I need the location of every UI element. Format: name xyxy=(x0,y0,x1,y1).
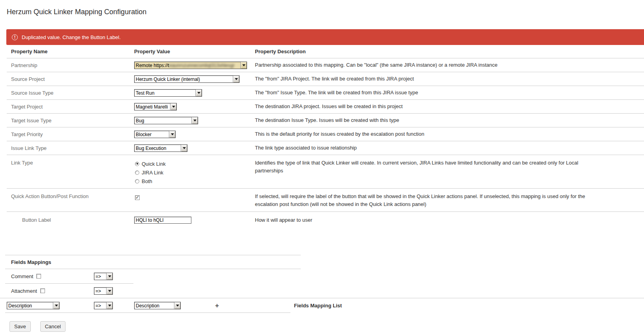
chevron-down-icon[interactable] xyxy=(191,117,198,124)
save-button[interactable]: Save xyxy=(9,321,31,332)
property-description: The destination JIRA project. Issues wil… xyxy=(255,103,598,110)
property-row-link-type: Link Type Quick Link JIRA Link Both Iden… xyxy=(7,155,644,189)
fields-mapping-row-comment: Comment => xyxy=(7,269,644,283)
partnership-select[interactable]: Remote https://teaunrszunnecsmliqt313xhl… xyxy=(134,62,247,69)
target-issue-type-select-value: Bug xyxy=(135,117,191,124)
error-banner: ! Duplicated value. Change the Button La… xyxy=(6,29,644,45)
property-row-button-label: Button Label How it will appear to user xyxy=(7,212,644,228)
plus-icon[interactable]: + xyxy=(215,302,219,309)
property-description: This is the default priority for issues … xyxy=(255,130,598,138)
custom-operator-select[interactable]: => xyxy=(94,302,113,309)
radio-label: Quick Link xyxy=(142,161,166,167)
property-label: Link Type xyxy=(7,158,134,166)
property-row-target-project: Target Project Magneti Marelli The desti… xyxy=(7,100,644,114)
target-priority-select[interactable]: Blocker xyxy=(134,131,176,138)
operator-select-value: => xyxy=(94,288,106,294)
header-property-value: Property Value xyxy=(134,49,255,54)
property-description: How it will appear to user xyxy=(255,216,598,224)
attachment-operator-select[interactable]: => xyxy=(94,287,113,295)
chevron-down-icon[interactable] xyxy=(169,131,175,138)
source-field-select-value: Description xyxy=(7,302,53,309)
error-banner-text: Duplicated value. Change the Button Labe… xyxy=(22,34,121,40)
comment-label: Comment xyxy=(11,273,33,279)
fields-mappings-title: Fields Mappings xyxy=(7,255,644,269)
link-type-radio-group: Quick Link JIRA Link Both xyxy=(134,158,255,185)
source-project-select[interactable]: Herzum Quick Linker (internal) xyxy=(134,75,240,83)
target-project-select[interactable]: Magneti Marelli xyxy=(134,103,177,110)
property-description: Partnership associated to this mapping. … xyxy=(255,61,598,69)
chevron-down-icon[interactable] xyxy=(170,103,176,110)
property-label: Button Label xyxy=(7,217,134,223)
target-issue-type-select[interactable]: Bug xyxy=(134,117,198,124)
property-row-partnership: Partnership Remote https://teaunrszunnec… xyxy=(7,58,644,72)
radio-label: Both xyxy=(142,178,152,184)
property-label: Partnership xyxy=(7,62,134,68)
partnership-redacted-value: eaunrszunnecsmliqt313xhlesgr xyxy=(169,63,234,68)
chevron-down-icon[interactable] xyxy=(240,62,247,69)
property-description: Identifies the type of link that Quick L… xyxy=(255,158,598,175)
source-field-select[interactable]: Description xyxy=(7,302,60,309)
quick-action-checkbox[interactable] xyxy=(135,195,140,200)
source-project-select-value: Herzum Quick Linker (internal) xyxy=(135,76,233,82)
radio-jira-link[interactable] xyxy=(135,170,139,175)
chevron-down-icon[interactable] xyxy=(53,302,59,309)
property-label: Issue Link Type xyxy=(7,145,134,151)
property-row-issue-link-type: Issue Link Type Bug Execution The link t… xyxy=(7,141,644,155)
divider xyxy=(5,312,290,313)
comment-checkbox[interactable] xyxy=(36,274,41,279)
property-description: If selected, will require the label of t… xyxy=(255,192,598,208)
property-description: The link type associated to issue relati… xyxy=(255,144,598,152)
target-field-select-value: Description xyxy=(135,302,174,309)
source-issue-type-select-value: Test Run xyxy=(135,90,195,96)
attachment-checkbox[interactable] xyxy=(40,288,45,293)
chevron-down-icon[interactable] xyxy=(181,145,187,152)
property-row-source-project: Source Project Herzum Quick Linker (inte… xyxy=(7,72,644,86)
chevron-down-icon[interactable] xyxy=(106,273,112,280)
header-property-name: Property Name xyxy=(7,49,134,54)
property-description: The "from" Issue Type. The link will be … xyxy=(255,89,598,97)
property-row-quick-action: Quick Action Button/Post Function If sel… xyxy=(7,189,644,212)
chevron-down-icon[interactable] xyxy=(174,302,180,309)
target-field-select[interactable]: Description xyxy=(134,302,181,309)
page-title: Herzum Quick Linker Mapping Configuratio… xyxy=(7,8,644,16)
property-row-source-issue-type: Source Issue Type Test Run The "from" Is… xyxy=(7,86,644,100)
property-row-target-issue-type: Target Issue Type Bug The destination Is… xyxy=(7,114,644,127)
chevron-down-icon[interactable] xyxy=(106,288,112,294)
issue-link-type-select[interactable]: Bug Execution xyxy=(134,144,187,152)
table-header-row: Property Name Property Value Property De… xyxy=(7,45,644,58)
property-row-target-priority: Target Priority Blocker This is the defa… xyxy=(7,127,644,141)
fields-mapping-list-title: Fields Mapping List xyxy=(294,303,342,309)
header-property-description: Property Description xyxy=(255,48,598,56)
fields-mapping-row-attachment: Attachment => xyxy=(7,284,644,298)
comment-operator-select[interactable]: => xyxy=(94,273,113,280)
property-label: Source Project xyxy=(7,76,134,82)
action-buttons: Save Cancel xyxy=(9,321,644,332)
radio-quick-link[interactable] xyxy=(135,162,139,166)
error-circle-icon: ! xyxy=(12,34,18,40)
fields-mapping-row-custom: Description => Description + Fields Mapp… xyxy=(7,298,644,312)
chevron-down-icon[interactable] xyxy=(106,302,112,309)
property-description: The destination Issue Type. Issues will … xyxy=(255,116,598,124)
chevron-down-icon[interactable] xyxy=(195,90,202,96)
chevron-down-icon[interactable] xyxy=(233,76,239,82)
mapping-config-table: Property Name Property Value Property De… xyxy=(7,45,644,228)
cancel-button[interactable]: Cancel xyxy=(40,321,66,332)
attachment-label: Attachment xyxy=(11,288,37,294)
radio-both[interactable] xyxy=(135,179,139,183)
property-label: Quick Action Button/Post Function xyxy=(7,192,134,199)
source-issue-type-select[interactable]: Test Run xyxy=(134,89,202,97)
operator-select-value: => xyxy=(94,273,106,280)
property-label: Target Priority xyxy=(7,131,134,137)
property-label: Target Issue Type xyxy=(7,118,134,123)
target-project-select-value: Magneti Marelli xyxy=(135,103,170,110)
button-label-input[interactable] xyxy=(134,217,191,224)
property-label: Source Issue Type xyxy=(7,90,134,96)
partnership-select-value: Remote https://t xyxy=(136,63,169,68)
property-description: The "from" JIRA Project. The link will b… xyxy=(255,75,598,83)
operator-select-value: => xyxy=(94,302,106,309)
property-label: Target Project xyxy=(7,104,134,110)
fields-mappings-section: Fields Mappings Comment => Attachment => xyxy=(7,255,644,313)
radio-label: JIRA Link xyxy=(142,170,163,176)
target-priority-select-value: Blocker xyxy=(135,131,169,138)
issue-link-type-select-value: Bug Execution xyxy=(135,145,181,152)
